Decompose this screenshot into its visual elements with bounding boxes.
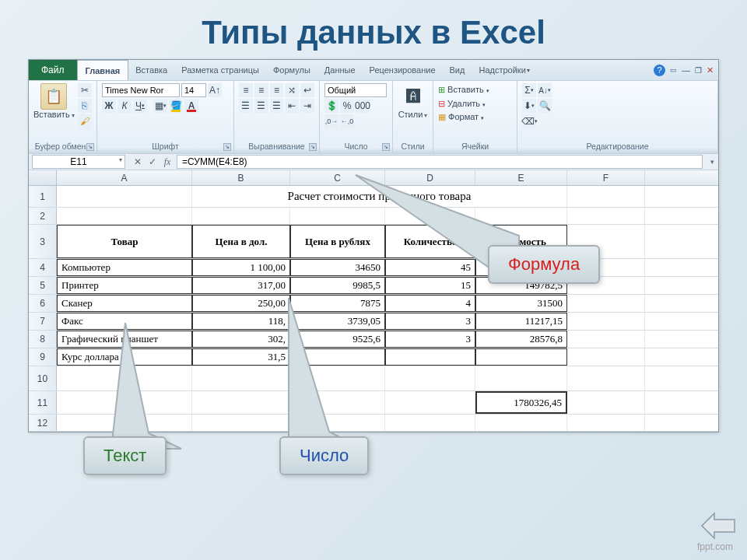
find-icon[interactable]: 🔍 <box>538 99 552 113</box>
table-cell[interactable]: 1 100,00 <box>192 259 290 276</box>
decrease-decimal-icon[interactable]: ←,0 <box>340 114 354 128</box>
fill-icon[interactable]: ⬇▾ <box>522 99 536 113</box>
watermark: fppt.com <box>697 541 733 552</box>
total-cell[interactable]: 1780326,45 <box>475 391 567 414</box>
insert-cells-button[interactable]: ⊞ Вставить ▾ <box>438 83 512 97</box>
bold-button[interactable]: Ж <box>102 99 116 113</box>
table-cell[interactable]: 11217,15 <box>475 313 567 330</box>
border-button[interactable]: ▦▾ <box>153 99 167 113</box>
minimize-ribbon-icon[interactable]: ▭ <box>670 66 677 74</box>
table-cell[interactable]: Принтер <box>57 277 192 294</box>
col-header-A[interactable]: A <box>57 170 192 185</box>
grow-font-icon[interactable]: A↑ <box>208 83 222 97</box>
italic-button[interactable]: К <box>117 99 132 113</box>
decrease-indent-icon[interactable]: ⇤ <box>285 99 299 113</box>
fx-icon[interactable]: fx <box>161 156 174 168</box>
row-header-12[interactable]: 12 <box>29 415 57 431</box>
tab-insert[interactable]: Вставка <box>128 60 174 80</box>
table-cell[interactable]: 3 <box>385 313 475 330</box>
fill-color-button[interactable]: 🪣 <box>169 99 183 113</box>
expand-formula-bar-icon[interactable]: ▾ <box>706 158 718 166</box>
row-header-5[interactable]: 5 <box>29 277 57 294</box>
group-font: A↑ Ж К Ч▾ ▦▾ 🪣 A Шрифт ↘ <box>97 81 234 153</box>
row-header-6[interactable]: 6 <box>29 295 57 312</box>
row-header-7[interactable]: 7 <box>29 313 57 330</box>
window-restore-icon[interactable]: ❐ <box>695 66 702 75</box>
clipboard-dialog-icon[interactable]: ↘ <box>86 143 94 151</box>
currency-icon[interactable]: 💲 <box>324 99 338 113</box>
paste-button[interactable]: Вставить <box>33 110 75 119</box>
format-painter-icon[interactable]: 🖌 <box>78 114 92 128</box>
table-cell[interactable]: 15 <box>385 277 475 294</box>
row-header-8[interactable]: 8 <box>29 331 57 348</box>
align-left-icon[interactable]: ☰ <box>239 99 253 113</box>
row-header-4[interactable]: 4 <box>29 259 57 276</box>
ribbon-body: 📋 Вставить ✂ ⎘ 🖌 Буфер обмена ↘ <box>29 80 718 153</box>
number-dialog-icon[interactable]: ↘ <box>382 143 390 151</box>
comma-icon[interactable]: 000 <box>356 99 370 113</box>
align-right-icon[interactable]: ☰ <box>270 99 284 113</box>
delete-cells-button[interactable]: ⊟ Удалить ▾ <box>438 97 512 111</box>
align-middle-icon[interactable]: ≡ <box>254 83 268 97</box>
table-cell[interactable]: Компьютер <box>57 259 192 276</box>
excel-window: Файл Главная Вставка Разметка страницы Ф… <box>28 59 719 432</box>
align-center-icon[interactable]: ☰ <box>254 99 268 113</box>
table-cell[interactable]: 3 <box>385 331 475 348</box>
percent-icon[interactable]: % <box>340 99 354 113</box>
autosum-icon[interactable]: Σ▾ <box>522 83 536 97</box>
tab-formulas[interactable]: Формулы <box>266 60 317 80</box>
col-header-B[interactable]: B <box>192 170 290 185</box>
table-cell[interactable]: 31500 <box>475 295 567 312</box>
tab-page-layout[interactable]: Разметка страницы <box>174 60 266 80</box>
orientation-icon[interactable]: ⤭ <box>285 83 299 97</box>
merge-cells-icon[interactable]: ⇥ <box>300 99 314 113</box>
wrap-text-icon[interactable]: ↩ <box>300 83 314 97</box>
window-minimize-icon[interactable]: — <box>682 65 690 75</box>
font-dialog-icon[interactable]: ↘ <box>223 143 231 151</box>
align-top-icon[interactable]: ≡ <box>239 83 253 97</box>
tab-addins[interactable]: Надстройки▾ <box>472 60 536 80</box>
enter-formula-icon[interactable]: ✓ <box>146 156 159 168</box>
table-cell[interactable]: 28576,8 <box>475 331 567 348</box>
name-box[interactable]: E11 <box>32 155 125 169</box>
format-cells-button[interactable]: ▦ Формат ▾ <box>438 110 512 124</box>
copy-icon[interactable]: ⎘ <box>78 99 92 113</box>
row-header-10[interactable]: 10 <box>29 366 57 390</box>
tab-file[interactable]: Файл <box>29 60 77 80</box>
cancel-formula-icon[interactable]: ✕ <box>132 156 144 168</box>
table-header[interactable]: Цена в дол. <box>192 225 290 258</box>
select-all-corner[interactable] <box>29 170 57 185</box>
alignment-dialog-icon[interactable]: ↘ <box>309 143 317 151</box>
row-header-2[interactable]: 2 <box>29 208 57 224</box>
row-header-9[interactable]: 9 <box>29 348 57 366</box>
row-header-1[interactable]: 1 <box>29 186 57 207</box>
callout-formula: Формула <box>488 245 600 284</box>
sort-icon[interactable]: A↓▾ <box>538 83 552 97</box>
table-header[interactable]: Товар <box>57 225 192 258</box>
number-format-select[interactable] <box>324 83 387 97</box>
tab-view[interactable]: Вид <box>443 60 472 80</box>
styles-button[interactable]: Стили <box>398 110 428 119</box>
row-header-3[interactable]: 3 <box>29 225 57 258</box>
table-cell[interactable]: Сканер <box>57 295 192 312</box>
nav-back-icon[interactable] <box>700 510 738 541</box>
align-bottom-icon[interactable]: ≡ <box>270 83 284 97</box>
tab-home[interactable]: Главная <box>77 60 129 80</box>
help-icon[interactable]: ? <box>654 65 665 76</box>
underline-button[interactable]: Ч▾ <box>133 99 147 113</box>
paste-icon[interactable]: 📋 <box>40 83 67 110</box>
font-color-button[interactable]: A <box>184 99 198 113</box>
table-cell[interactable]: 4 <box>385 295 475 312</box>
group-styles: 🅰 Стили Стили <box>393 81 433 153</box>
increase-decimal-icon[interactable]: ,0→ <box>324 114 338 128</box>
clear-icon[interactable]: ⌫▾ <box>522 114 536 128</box>
cut-icon[interactable]: ✂ <box>78 83 92 97</box>
window-close-icon[interactable]: ✕ <box>707 65 714 75</box>
styles-icon[interactable]: 🅰 <box>400 83 426 110</box>
tab-review[interactable]: Рецензирование <box>363 60 443 80</box>
tab-data[interactable]: Данные <box>317 60 363 80</box>
font-size-input[interactable] <box>181 83 206 97</box>
font-name-input[interactable] <box>102 83 180 97</box>
col-header-F[interactable]: F <box>567 170 645 185</box>
row-header-11[interactable]: 11 <box>29 391 57 414</box>
